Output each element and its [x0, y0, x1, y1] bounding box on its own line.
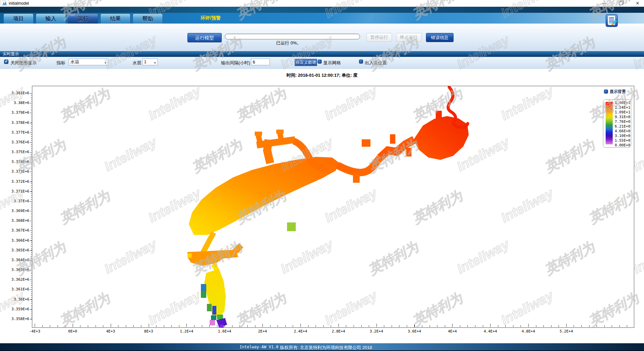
- run-model-button[interactable]: 运行模型: [187, 33, 222, 42]
- run-progress-text: 已运行 0%。: [267, 40, 311, 46]
- chart-panel: 时间: 2016-01-01 12:00:17; 单位: 度: [0, 69, 644, 343]
- y-axis-tick-label: 3.362E+6: [0, 277, 29, 282]
- y-axis-tick-label: 3.372E+6: [0, 179, 29, 184]
- x-axis-tick-label: 2E+4: [252, 329, 273, 334]
- chevron-down-icon: ▼: [104, 60, 107, 66]
- tab-run[interactable]: 运行: [68, 13, 98, 24]
- restore-icon: [619, 2, 623, 5]
- x-axis-tick-label: 4E+3: [101, 329, 121, 334]
- y-axis-tick-label: 3.38E+6: [0, 101, 29, 105]
- y-axis-tick-label: 3.358E+6: [0, 317, 29, 321]
- show-grid-label: 显示网格: [323, 60, 341, 66]
- y-axis-tick-label: 3.366E+6: [0, 238, 29, 243]
- x-axis-tick-label: 1.6E+4: [214, 329, 235, 334]
- y-axis-tick-label: 3.374E+6: [0, 160, 29, 164]
- water-temperature-heatmap: [32, 86, 634, 327]
- close-graph-label: 关闭图形显示: [10, 60, 37, 66]
- x-axis-tick-label: 3.2E+4: [366, 329, 387, 334]
- y-axis-tick-label: 3.369E+6: [0, 209, 29, 213]
- y-axis-tick-label: 3.361E+6: [0, 287, 29, 292]
- chevron-down-icon: ▼: [153, 60, 156, 66]
- app-icon: [2, 1, 7, 6]
- chart-plot-area: [32, 86, 634, 328]
- legend-value: 9.31E+0: [615, 115, 630, 119]
- realtime-section-header: 实时显示: [0, 51, 644, 57]
- output-interval-label: 输出间隔(小时): [221, 60, 250, 66]
- y-axis-tick-label: 3.373E+6: [0, 169, 29, 174]
- y-axis-tick-label: 3.375E+6: [0, 150, 29, 154]
- x-axis-minor-ticks: [35, 325, 634, 327]
- close-graph-checkbox[interactable]: [4, 60, 8, 64]
- tab-input[interactable]: 输入: [36, 13, 66, 24]
- ribbon-top-band: [0, 7, 644, 13]
- y-axis-tick-label: 3.36E+6: [0, 297, 29, 302]
- custom-spectrum-button[interactable]: 自定义图谱: [295, 59, 317, 66]
- x-axis-tick-label: -4E+3: [25, 329, 45, 334]
- y-axis-tick-label: 3.37E+6: [0, 199, 29, 204]
- inout-flow-checkbox[interactable]: [359, 60, 363, 64]
- minimize-button[interactable]: [599, 0, 609, 7]
- legend-value: 0.00E+0: [615, 143, 630, 147]
- close-button[interactable]: ✕: [633, 0, 643, 7]
- legend-value: 1.09E+1: [615, 110, 630, 114]
- show-grid-checkbox[interactable]: [318, 60, 322, 64]
- legend-value: 6.21E+0: [615, 124, 630, 129]
- tab-results[interactable]: 结果: [100, 13, 131, 24]
- x-axis-tick-label: 8E+3: [139, 329, 159, 334]
- y-axis-tick-label: 3.368E+6: [0, 218, 29, 223]
- y-axis-tick-label: 3.381E+6: [0, 91, 29, 96]
- y-axis-tick-label: 3.377E+6: [0, 130, 29, 135]
- x-axis-tick-label: 4.8E+4: [518, 329, 538, 334]
- y-axis-tick-label: 3.379E+6: [0, 110, 29, 115]
- tab-project[interactable]: 项目: [3, 13, 34, 24]
- x-axis-tick-label: 4.4E+4: [480, 329, 500, 334]
- x-axis-tick-label: 0E+0: [63, 329, 83, 334]
- eia-warning-label: 环评/预警: [201, 15, 221, 21]
- show-background-checkbox[interactable]: [604, 90, 608, 94]
- report-edit-icon[interactable]: [606, 14, 618, 27]
- x-axis-tick-label: 3.6E+4: [404, 329, 425, 334]
- y-axis-tick-label: 3.359E+6: [0, 307, 29, 312]
- y-axis-tick-label: 3.364E+6: [0, 258, 29, 262]
- window-title: initialmodel: [9, 1, 29, 6]
- restore-button[interactable]: [616, 0, 626, 7]
- legend-value: 1.55E+0: [615, 138, 630, 143]
- layer-select[interactable]: 1 ▼: [142, 59, 158, 65]
- x-axis-tick-label: 1.2E+4: [176, 329, 196, 334]
- x-axis-tick-label: 2.8E+4: [328, 329, 349, 334]
- x-axis-tick-label: 4E+4: [442, 329, 462, 334]
- red-river-mass: [414, 116, 469, 160]
- tab-help[interactable]: 帮助: [133, 13, 163, 24]
- inout-flow-label: 出入流位置: [365, 60, 387, 66]
- indicator-label: 指标: [57, 60, 65, 66]
- application-window: initialmodel ✕ 项目 输入 运行 结果 帮助 环评/预警 运行模型…: [0, 0, 644, 351]
- y-axis-tick-label: 3.378E+6: [0, 120, 29, 125]
- indicator-select[interactable]: 水温 ▼: [69, 59, 108, 65]
- y-axis-tick-label: 3.365E+6: [0, 248, 29, 253]
- layer-label: 水层: [133, 60, 141, 66]
- stop-run-button[interactable]: 终止运行: [396, 33, 422, 42]
- layer-value: 1: [144, 59, 146, 64]
- pause-run-button[interactable]: 暂停运行: [366, 33, 392, 42]
- show-background-label: 显示背景: [610, 89, 626, 95]
- status-copyright: 版权所有: 北京英特利为环境科技有限公司 2018: [280, 345, 372, 351]
- chart-time-title: 时间: 2016-01-01 12:00:17; 单位: 度: [0, 72, 644, 78]
- output-interval-input[interactable]: [251, 59, 270, 65]
- legend-value: 7.76E+0: [615, 119, 630, 124]
- legend-value: 3.10E+0: [615, 134, 630, 138]
- title-bar: initialmodel ✕: [0, 0, 644, 7]
- status-version: Intelway-AW V1.0: [240, 345, 279, 349]
- y-axis-tick-label: 3.367E+6: [0, 228, 29, 233]
- y-axis-tick-label: 3.376E+6: [0, 140, 29, 145]
- colorbar-gradient: [606, 102, 613, 144]
- legend-value: 4.66E+0: [615, 129, 630, 133]
- y-axis-tick-label: 3.371E+6: [0, 189, 29, 194]
- indicator-value: 水温: [70, 59, 79, 64]
- run-progress-bar: [225, 34, 360, 39]
- x-axis-tick-label: 2.4E+4: [290, 329, 311, 334]
- y-axis-minor-ticks: [31, 93, 32, 319]
- error-info-button[interactable]: 错误信息: [426, 33, 454, 42]
- y-axis-tick-label: 3.363E+6: [0, 268, 29, 272]
- legend-value: 1.40E+1: [615, 101, 630, 105]
- legend-value: 1.24E+1: [615, 105, 630, 110]
